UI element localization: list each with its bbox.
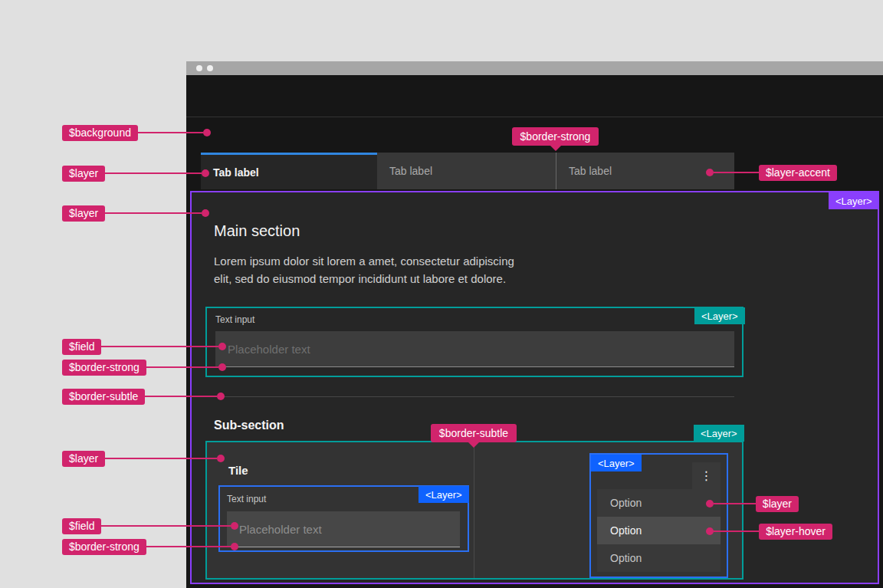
- annotation-line: [101, 525, 231, 527]
- menu-option[interactable]: Option: [597, 489, 721, 517]
- menu-option[interactable]: Option: [597, 544, 721, 572]
- annotation-line: [101, 346, 218, 347]
- annotation-dot: [203, 129, 211, 136]
- layer-badge-teal: <Layer>: [694, 307, 745, 324]
- layer-badge-blue: <Layer>: [419, 486, 469, 503]
- layer-badge-blue: <Layer>: [591, 455, 642, 471]
- annotation-border-strong-1: $border-strong: [62, 357, 226, 377]
- annotation-dot: [231, 522, 238, 530]
- text-input-label: Text input: [215, 314, 254, 325]
- annotation-line: [146, 546, 231, 547]
- annotation-background: $background: [62, 123, 211, 143]
- annotation-layer-main: $layer: [62, 203, 209, 223]
- annotation-dot: [706, 500, 714, 508]
- annotation-layer-accent: $layer-accent: [706, 163, 837, 182]
- overflow-menu-panel: Option Option Option: [597, 489, 721, 572]
- subsection-heading: Sub-section: [214, 419, 284, 432]
- annotation-badge: $field: [62, 518, 101, 534]
- annotation-layer-tab: $layer: [62, 163, 209, 183]
- subsection-vertical-divider: [474, 442, 474, 578]
- main-section-heading: Main section: [214, 222, 300, 240]
- main-section-body: Lorem ipsum dolor sit lorem a amet, cons…: [214, 252, 514, 287]
- tab-label: Tab label: [569, 165, 612, 177]
- overflow-menu-icon: ⋮: [701, 468, 713, 483]
- layer-badge-label: <Layer>: [701, 310, 738, 322]
- annotation-badge: $field: [62, 339, 101, 355]
- tab-label: Tab label: [213, 166, 259, 179]
- tab-1-selected[interactable]: Tab label: [201, 153, 377, 189]
- annotation-line: [105, 212, 202, 214]
- section-divider: [215, 396, 734, 397]
- annotation-tooltip-border-subtle: $border-subtle: [431, 424, 517, 442]
- annotation-dot: [202, 209, 209, 217]
- window-control-dot[interactable]: [196, 65, 202, 71]
- layer-badge-label: <Layer>: [598, 458, 635, 469]
- annotation-line: [714, 531, 759, 532]
- layer-badge-purple: <Layer>: [829, 192, 879, 209]
- annotation-badge: $border-strong: [62, 539, 146, 555]
- annotation-layer-option: $layer: [706, 494, 799, 514]
- annotation-layer-hover: $layer-hover: [706, 521, 832, 541]
- annotation-badge: $layer: [62, 451, 105, 467]
- tile-text-input-field[interactable]: [227, 511, 460, 547]
- annotation-border-subtle: $border-subtle: [62, 386, 225, 406]
- tile-heading: Tile: [228, 464, 248, 477]
- token-annotation-figure: Tab label Tab label Tab label <Layer> Ma…: [0, 0, 883, 588]
- annotation-dot: [217, 455, 225, 462]
- annotation-line: [714, 172, 759, 173]
- annotation-dot: [706, 527, 714, 535]
- annotation-dot: [231, 543, 238, 550]
- text-input-field[interactable]: [215, 331, 734, 367]
- layer-badge-teal: <Layer>: [694, 425, 744, 442]
- annotation-badge: $layer: [756, 496, 799, 512]
- tab-label: Tab label: [389, 165, 432, 177]
- annotation-line: [138, 132, 203, 133]
- menu-option-hovered[interactable]: Option: [597, 517, 721, 544]
- annotation-badge: $layer: [62, 166, 105, 182]
- annotation-layer-subsection: $layer: [62, 448, 225, 468]
- annotation-border-strong-2: $border-strong: [62, 537, 238, 557]
- layer-badge-label: <Layer>: [835, 195, 872, 207]
- window-control-dot[interactable]: [207, 65, 213, 71]
- annotation-dot: [706, 169, 714, 176]
- overflow-menu-button[interactable]: ⋮: [692, 462, 721, 489]
- annotation-badge: $layer: [62, 205, 105, 222]
- layer-badge-label: <Layer>: [425, 489, 462, 501]
- annotation-badge: $border-strong: [520, 130, 591, 143]
- tab-2[interactable]: Tab label: [377, 153, 556, 189]
- annotation-line: [714, 503, 756, 504]
- layer-badge-label: <Layer>: [701, 428, 737, 439]
- annotation-tooltip-border-strong: $border-strong: [512, 127, 599, 146]
- annotation-line: [105, 172, 202, 174]
- annotation-line: [105, 458, 217, 459]
- annotation-field-1: $field: [62, 337, 226, 356]
- tile-text-input-label: Text input: [227, 494, 266, 504]
- annotation-dot: [202, 169, 209, 177]
- annotation-badge: $background: [62, 125, 138, 141]
- annotation-badge: $border-subtle: [439, 427, 508, 439]
- window-titlebar: [186, 61, 883, 75]
- annotation-dot: [218, 343, 226, 350]
- annotation-line: [146, 366, 218, 368]
- annotation-badge: $border-strong: [62, 360, 146, 376]
- annotation-badge: $layer-accent: [759, 165, 837, 181]
- annotation-line: [145, 396, 217, 397]
- annotation-badge: $border-subtle: [62, 389, 145, 405]
- annotation-dot: [217, 393, 225, 400]
- annotation-dot: [218, 363, 226, 371]
- annotation-field-2: $field: [62, 516, 238, 536]
- annotation-badge: $layer-hover: [759, 524, 832, 540]
- header-divider: [186, 117, 883, 117]
